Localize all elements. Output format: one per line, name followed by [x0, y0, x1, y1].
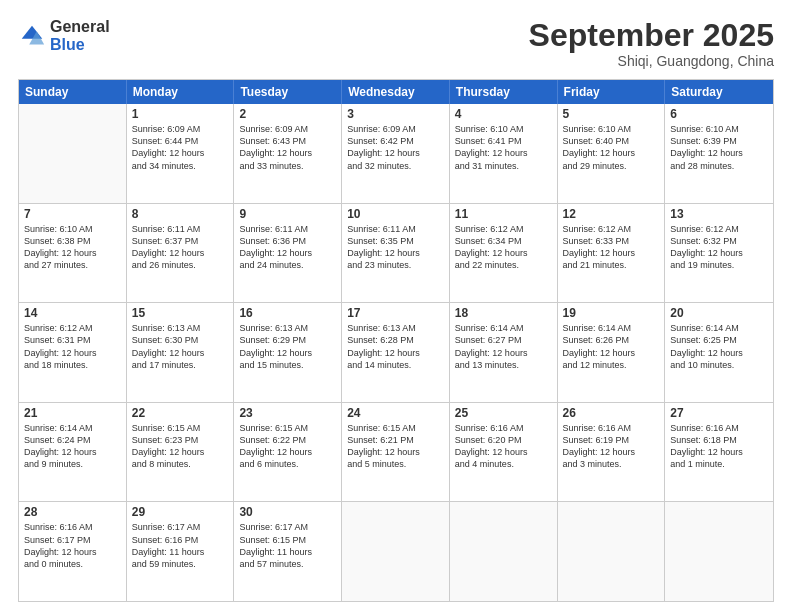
title-section: September 2025 Shiqi, Guangdong, China [529, 18, 774, 69]
calendar-cell-25: 25Sunrise: 6:16 AM Sunset: 6:20 PM Dayli… [450, 403, 558, 502]
calendar-cell-9: 9Sunrise: 6:11 AM Sunset: 6:36 PM Daylig… [234, 204, 342, 303]
calendar-cell-27: 27Sunrise: 6:16 AM Sunset: 6:18 PM Dayli… [665, 403, 773, 502]
day-number: 4 [455, 107, 552, 121]
day-info: Sunrise: 6:13 AM Sunset: 6:30 PM Dayligh… [132, 322, 229, 371]
calendar-cell-5: 5Sunrise: 6:10 AM Sunset: 6:40 PM Daylig… [558, 104, 666, 203]
day-info: Sunrise: 6:14 AM Sunset: 6:24 PM Dayligh… [24, 422, 121, 471]
logo: General Blue [18, 18, 110, 53]
calendar-cell-8: 8Sunrise: 6:11 AM Sunset: 6:37 PM Daylig… [127, 204, 235, 303]
day-info: Sunrise: 6:09 AM Sunset: 6:43 PM Dayligh… [239, 123, 336, 172]
day-number: 5 [563, 107, 660, 121]
day-number: 13 [670, 207, 768, 221]
day-info: Sunrise: 6:10 AM Sunset: 6:38 PM Dayligh… [24, 223, 121, 272]
day-number: 6 [670, 107, 768, 121]
day-info: Sunrise: 6:15 AM Sunset: 6:21 PM Dayligh… [347, 422, 444, 471]
calendar-header: SundayMondayTuesdayWednesdayThursdayFrid… [19, 80, 773, 104]
day-number: 7 [24, 207, 121, 221]
calendar-body: 1Sunrise: 6:09 AM Sunset: 6:44 PM Daylig… [19, 104, 773, 601]
day-number: 18 [455, 306, 552, 320]
day-number: 19 [563, 306, 660, 320]
day-number: 10 [347, 207, 444, 221]
day-number: 8 [132, 207, 229, 221]
day-info: Sunrise: 6:15 AM Sunset: 6:22 PM Dayligh… [239, 422, 336, 471]
day-number: 16 [239, 306, 336, 320]
calendar-row-3: 21Sunrise: 6:14 AM Sunset: 6:24 PM Dayli… [19, 403, 773, 503]
calendar-cell-empty-4-3 [342, 502, 450, 601]
day-number: 12 [563, 207, 660, 221]
month-title: September 2025 [529, 18, 774, 53]
day-info: Sunrise: 6:14 AM Sunset: 6:26 PM Dayligh… [563, 322, 660, 371]
day-info: Sunrise: 6:16 AM Sunset: 6:17 PM Dayligh… [24, 521, 121, 570]
day-number: 3 [347, 107, 444, 121]
day-number: 28 [24, 505, 121, 519]
calendar-cell-17: 17Sunrise: 6:13 AM Sunset: 6:28 PM Dayli… [342, 303, 450, 402]
calendar-cell-30: 30Sunrise: 6:17 AM Sunset: 6:15 PM Dayli… [234, 502, 342, 601]
day-number: 14 [24, 306, 121, 320]
day-info: Sunrise: 6:12 AM Sunset: 6:31 PM Dayligh… [24, 322, 121, 371]
day-number: 27 [670, 406, 768, 420]
day-info: Sunrise: 6:12 AM Sunset: 6:32 PM Dayligh… [670, 223, 768, 272]
header-day-monday: Monday [127, 80, 235, 104]
day-info: Sunrise: 6:16 AM Sunset: 6:20 PM Dayligh… [455, 422, 552, 471]
day-info: Sunrise: 6:13 AM Sunset: 6:29 PM Dayligh… [239, 322, 336, 371]
calendar-cell-10: 10Sunrise: 6:11 AM Sunset: 6:35 PM Dayli… [342, 204, 450, 303]
calendar-cell-12: 12Sunrise: 6:12 AM Sunset: 6:33 PM Dayli… [558, 204, 666, 303]
logo-icon [18, 22, 46, 50]
day-number: 25 [455, 406, 552, 420]
day-info: Sunrise: 6:15 AM Sunset: 6:23 PM Dayligh… [132, 422, 229, 471]
day-info: Sunrise: 6:11 AM Sunset: 6:37 PM Dayligh… [132, 223, 229, 272]
day-number: 23 [239, 406, 336, 420]
calendar-cell-3: 3Sunrise: 6:09 AM Sunset: 6:42 PM Daylig… [342, 104, 450, 203]
day-info: Sunrise: 6:13 AM Sunset: 6:28 PM Dayligh… [347, 322, 444, 371]
calendar-row-4: 28Sunrise: 6:16 AM Sunset: 6:17 PM Dayli… [19, 502, 773, 601]
calendar-cell-28: 28Sunrise: 6:16 AM Sunset: 6:17 PM Dayli… [19, 502, 127, 601]
day-info: Sunrise: 6:14 AM Sunset: 6:25 PM Dayligh… [670, 322, 768, 371]
day-info: Sunrise: 6:17 AM Sunset: 6:16 PM Dayligh… [132, 521, 229, 570]
calendar-cell-18: 18Sunrise: 6:14 AM Sunset: 6:27 PM Dayli… [450, 303, 558, 402]
day-info: Sunrise: 6:16 AM Sunset: 6:18 PM Dayligh… [670, 422, 768, 471]
day-info: Sunrise: 6:10 AM Sunset: 6:40 PM Dayligh… [563, 123, 660, 172]
calendar-cell-2: 2Sunrise: 6:09 AM Sunset: 6:43 PM Daylig… [234, 104, 342, 203]
header-day-thursday: Thursday [450, 80, 558, 104]
header-day-tuesday: Tuesday [234, 80, 342, 104]
header-day-saturday: Saturday [665, 80, 773, 104]
calendar-cell-14: 14Sunrise: 6:12 AM Sunset: 6:31 PM Dayli… [19, 303, 127, 402]
day-info: Sunrise: 6:17 AM Sunset: 6:15 PM Dayligh… [239, 521, 336, 570]
day-number: 29 [132, 505, 229, 519]
page: General Blue September 2025 Shiqi, Guang… [0, 0, 792, 612]
day-number: 20 [670, 306, 768, 320]
day-number: 2 [239, 107, 336, 121]
calendar-row-1: 7Sunrise: 6:10 AM Sunset: 6:38 PM Daylig… [19, 204, 773, 304]
calendar-cell-13: 13Sunrise: 6:12 AM Sunset: 6:32 PM Dayli… [665, 204, 773, 303]
day-info: Sunrise: 6:11 AM Sunset: 6:36 PM Dayligh… [239, 223, 336, 272]
calendar-cell-7: 7Sunrise: 6:10 AM Sunset: 6:38 PM Daylig… [19, 204, 127, 303]
calendar-cell-24: 24Sunrise: 6:15 AM Sunset: 6:21 PM Dayli… [342, 403, 450, 502]
day-number: 26 [563, 406, 660, 420]
calendar-cell-26: 26Sunrise: 6:16 AM Sunset: 6:19 PM Dayli… [558, 403, 666, 502]
header-day-friday: Friday [558, 80, 666, 104]
day-number: 30 [239, 505, 336, 519]
calendar-cell-15: 15Sunrise: 6:13 AM Sunset: 6:30 PM Dayli… [127, 303, 235, 402]
day-info: Sunrise: 6:11 AM Sunset: 6:35 PM Dayligh… [347, 223, 444, 272]
calendar-cell-1: 1Sunrise: 6:09 AM Sunset: 6:44 PM Daylig… [127, 104, 235, 203]
day-number: 11 [455, 207, 552, 221]
calendar-cell-22: 22Sunrise: 6:15 AM Sunset: 6:23 PM Dayli… [127, 403, 235, 502]
day-number: 21 [24, 406, 121, 420]
header-day-sunday: Sunday [19, 80, 127, 104]
logo-general: General [50, 18, 110, 36]
day-info: Sunrise: 6:12 AM Sunset: 6:34 PM Dayligh… [455, 223, 552, 272]
calendar-cell-empty-4-5 [558, 502, 666, 601]
day-number: 1 [132, 107, 229, 121]
day-info: Sunrise: 6:12 AM Sunset: 6:33 PM Dayligh… [563, 223, 660, 272]
calendar-cell-19: 19Sunrise: 6:14 AM Sunset: 6:26 PM Dayli… [558, 303, 666, 402]
day-number: 15 [132, 306, 229, 320]
header: General Blue September 2025 Shiqi, Guang… [18, 18, 774, 69]
day-info: Sunrise: 6:09 AM Sunset: 6:42 PM Dayligh… [347, 123, 444, 172]
day-info: Sunrise: 6:10 AM Sunset: 6:39 PM Dayligh… [670, 123, 768, 172]
calendar-cell-6: 6Sunrise: 6:10 AM Sunset: 6:39 PM Daylig… [665, 104, 773, 203]
calendar-row-0: 1Sunrise: 6:09 AM Sunset: 6:44 PM Daylig… [19, 104, 773, 204]
logo-blue: Blue [50, 36, 110, 54]
calendar: SundayMondayTuesdayWednesdayThursdayFrid… [18, 79, 774, 602]
day-info: Sunrise: 6:16 AM Sunset: 6:19 PM Dayligh… [563, 422, 660, 471]
calendar-cell-4: 4Sunrise: 6:10 AM Sunset: 6:41 PM Daylig… [450, 104, 558, 203]
